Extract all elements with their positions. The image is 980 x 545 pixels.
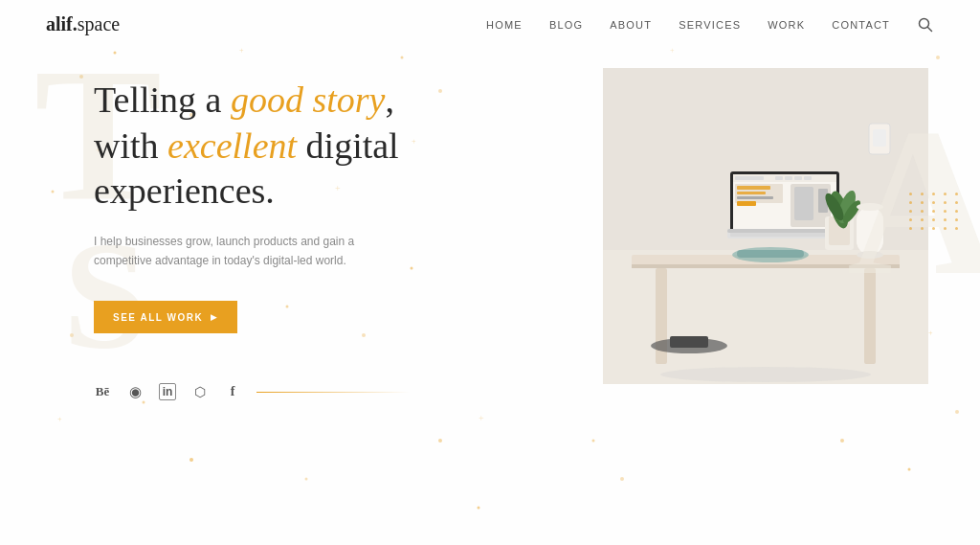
svg-rect-62	[730, 233, 839, 237]
nav-home[interactable]: HOME	[486, 19, 523, 31]
search-button[interactable]	[917, 16, 934, 34]
social-instagram[interactable]: ⬡	[191, 383, 209, 400]
hero-subtext: I help businesses grow, launch products …	[94, 232, 362, 271]
svg-rect-39	[632, 264, 900, 268]
desk-illustration	[603, 68, 928, 384]
svg-rect-52	[804, 176, 812, 180]
hero-image-wrapper	[603, 68, 928, 384]
svg-rect-37	[873, 129, 886, 147]
svg-rect-49	[775, 176, 783, 180]
svg-rect-50	[785, 176, 792, 180]
nav-services[interactable]: SERVICES	[679, 19, 741, 31]
search-icon	[918, 17, 933, 33]
cta-label: SEE ALL WORK	[113, 312, 203, 323]
svg-rect-54	[737, 186, 770, 190]
svg-rect-51	[794, 176, 802, 180]
social-linkedin[interactable]: in	[159, 383, 176, 400]
svg-rect-41	[864, 268, 876, 364]
dots-decoration	[909, 193, 961, 230]
hero-heading: Telling a good story, with excellent dig…	[94, 78, 551, 215]
svg-rect-56	[737, 196, 773, 199]
cta-arrow: ▸	[211, 310, 218, 324]
nav-contact[interactable]: CONTACT	[832, 19, 890, 31]
hero-highlight-1: good story	[231, 79, 386, 120]
svg-rect-74	[737, 250, 804, 258]
social-behance[interactable]: Bē	[94, 383, 111, 400]
svg-rect-48	[735, 176, 764, 180]
social-dribbble[interactable]: ◉	[126, 383, 144, 400]
cta-button[interactable]: SEE ALL WORK ▸	[94, 301, 237, 333]
main-content: T S Telling a good story, with excellent…	[0, 49, 980, 545]
svg-rect-59	[794, 187, 813, 220]
social-divider	[256, 392, 410, 393]
svg-rect-70	[857, 207, 883, 255]
hero-right: A	[551, 49, 980, 384]
nav-work[interactable]: WORK	[768, 19, 805, 31]
hero-left: T S Telling a good story, with excellent…	[92, 49, 551, 400]
header: alif.space HOME BLOG ABOUT SERVICES WORK…	[0, 0, 980, 49]
social-bar: Bē ◉ in ⬡ f	[94, 383, 551, 400]
svg-line-33	[928, 27, 932, 31]
svg-rect-57	[737, 201, 756, 206]
nav-about[interactable]: ABOUT	[610, 19, 652, 31]
logo: alif.space	[46, 13, 120, 35]
hero-highlight-2: excellent	[167, 125, 297, 166]
svg-rect-43	[670, 336, 708, 348]
main-nav: HOME BLOG ABOUT SERVICES WORK CONTACT	[486, 16, 934, 34]
svg-point-72	[857, 251, 883, 259]
svg-point-71	[857, 203, 883, 211]
nav-blog[interactable]: BLOG	[549, 19, 583, 31]
social-facebook[interactable]: f	[224, 383, 241, 400]
svg-point-75	[660, 367, 871, 382]
svg-rect-55	[737, 192, 766, 194]
